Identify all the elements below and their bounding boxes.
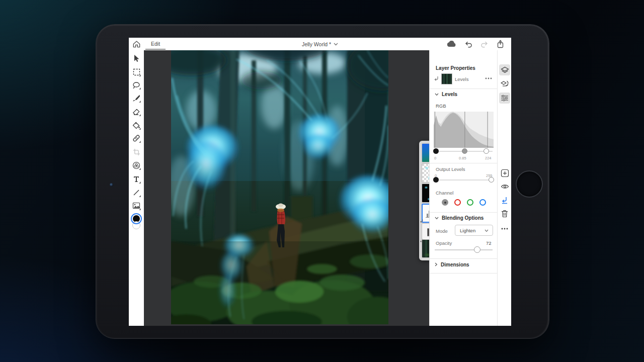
right-task-rail [497,50,511,326]
tool-bar [129,50,144,326]
layer-properties-icon [501,95,509,102]
levels-histogram[interactable] [434,112,494,148]
clip-mask-button[interactable] [499,195,510,206]
opacity-label: Opacity [436,240,452,246]
channel-blue-button[interactable] [479,199,486,206]
flyout-indicator [139,87,141,89]
input-levels-slider[interactable] [435,151,493,152]
channel-selector [442,199,486,206]
document-title-label: Jelly World * [302,41,331,47]
opacity-handle[interactable] [474,246,480,253]
output-levels-slider[interactable] [435,179,493,180]
add-layer-icon [501,169,509,177]
visibility-icon [501,184,509,190]
eraser-tool[interactable] [131,106,142,117]
mode-label: Mode [436,228,448,234]
select-tool[interactable] [131,66,142,77]
tablet-home-button[interactable] [516,170,543,198]
color-wells [132,214,141,229]
flyout-indicator [139,74,141,76]
dimensions-header[interactable]: Dimensions [435,262,469,267]
output-shadow-handle[interactable] [433,177,439,183]
healing-tool[interactable] [131,133,142,144]
shadow-input-handle[interactable] [433,148,439,154]
layer-properties-panel: Layer Properties Levels Levels RGB 0 0.8… [429,50,498,326]
redo-icon[interactable] [480,41,489,48]
divider [430,258,498,259]
layer-properties-button[interactable] [499,93,510,104]
place-image-tool[interactable] [131,200,142,211]
lasso-tool[interactable] [131,79,142,90]
shadow-value: 0 [434,156,436,160]
flyout-indicator [139,141,141,143]
more-options-icon[interactable] [485,77,492,79]
chevron-down-icon [334,43,338,46]
tablet-camera [110,183,113,187]
chevron-down-icon [435,217,439,220]
levels-section-header[interactable]: Levels [435,92,457,97]
document-canvas[interactable] [171,50,388,324]
adjust-tool[interactable] [131,160,142,171]
more-icon [501,228,508,230]
background-color-swatch[interactable] [132,221,140,229]
delete-layer-button[interactable] [499,208,510,219]
undo-icon[interactable] [464,41,472,48]
clip-mask-indicator [420,219,424,223]
rgb-label: RGB [436,103,446,109]
tab-edit-label: Edit [151,41,160,47]
type-tool[interactable] [131,173,142,185]
crop-icon [133,148,140,156]
opacity-slider[interactable] [435,249,493,250]
divider [430,163,498,163]
share-icon[interactable] [497,40,504,48]
more-button[interactable] [499,223,510,234]
layer-reorder-icon [501,80,509,88]
output-levels-label: Output Levels [436,166,465,172]
layers-button[interactable] [499,64,510,75]
chevron-down-icon [485,229,489,232]
line-tool[interactable] [131,187,142,198]
panel-title: Layer Properties [436,65,475,71]
brush-tool[interactable] [131,93,142,104]
flyout-indicator [139,182,141,184]
highlight-value: 224 [485,156,492,160]
move-tool-icon [133,54,140,62]
flyout-indicator [139,101,141,103]
jelly-world-artwork [171,50,388,324]
layer-name: Levels [455,76,468,82]
layers-icon [501,66,509,74]
flyout-indicator [139,128,141,130]
cloud-sync-icon[interactable] [447,41,456,47]
add-layer-button[interactable] [499,167,510,178]
flyout-indicator [139,208,141,210]
blend-mode-select[interactable]: Lighten [455,225,493,236]
canvas-workspace[interactable] [144,50,429,326]
midtone-input-handle[interactable] [462,148,467,154]
channel-rgb-button[interactable] [442,199,448,206]
flyout-indicator [139,114,141,116]
chevron-down-icon [435,93,439,96]
divider [430,212,498,213]
blending-options-header[interactable]: Blending Options [435,215,484,221]
flyout-indicator [139,168,141,170]
tab-edit[interactable]: Edit [144,38,167,50]
channel-green-button[interactable] [467,199,473,206]
move-tool[interactable] [131,53,142,64]
crop-tool[interactable] [131,146,142,157]
channel-label: Channel [436,190,453,196]
delete-icon [501,210,508,218]
layer-thumbnail[interactable] [441,73,452,84]
visibility-button[interactable] [499,181,510,192]
channel-red-button[interactable] [454,199,461,206]
highlight-input-handle[interactable] [484,148,489,154]
fill-tool[interactable] [131,120,142,131]
output-highlight-handle[interactable] [489,177,494,183]
layer-reorder-button[interactable] [499,78,510,89]
opacity-value: 72 [486,240,492,246]
flyout-indicator [139,195,141,197]
photoshop-app: Edit Jelly World * [129,38,511,326]
home-icon[interactable] [132,40,141,48]
active-tab-underline [145,49,166,50]
clip-mask-icon [434,76,439,81]
blend-mode-value: Lighten [460,228,475,233]
